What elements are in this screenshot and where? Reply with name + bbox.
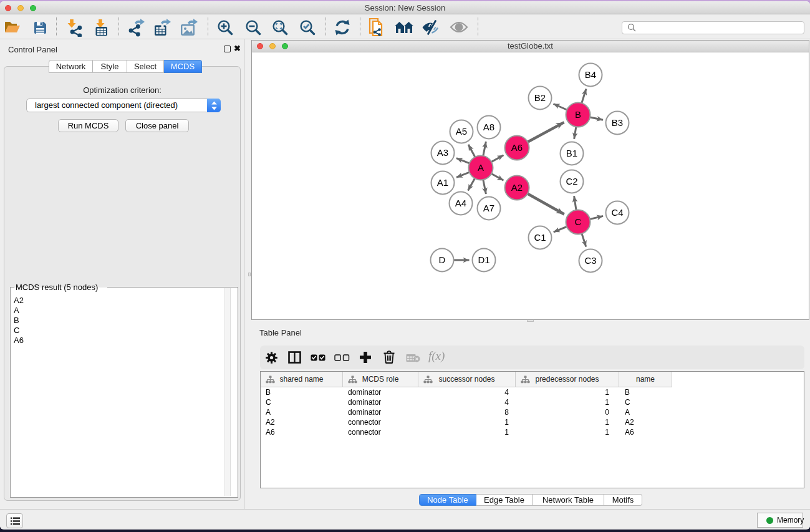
svg-text:C3: C3 xyxy=(584,255,596,266)
svg-text:A3: A3 xyxy=(437,147,448,158)
svg-text:C: C xyxy=(575,216,582,227)
svg-text:D1: D1 xyxy=(478,254,489,265)
svg-text:B4: B4 xyxy=(585,69,596,80)
svg-text:B: B xyxy=(575,109,581,120)
svg-text:A2: A2 xyxy=(511,182,523,193)
svg-text:C4: C4 xyxy=(611,207,623,218)
svg-text:A: A xyxy=(478,162,484,173)
svg-text:A1: A1 xyxy=(437,177,448,188)
svg-text:D: D xyxy=(439,254,446,265)
svg-text:B3: B3 xyxy=(612,117,623,128)
svg-text:C1: C1 xyxy=(534,232,546,243)
svg-text:C2: C2 xyxy=(566,176,577,186)
svg-text:A5: A5 xyxy=(456,126,467,137)
svg-text:A4: A4 xyxy=(455,198,466,208)
svg-text:A8: A8 xyxy=(483,122,494,132)
svg-text:A7: A7 xyxy=(483,203,494,213)
svg-text:B1: B1 xyxy=(566,148,577,158)
svg-text:A6: A6 xyxy=(511,142,523,153)
svg-text:B2: B2 xyxy=(534,92,546,103)
